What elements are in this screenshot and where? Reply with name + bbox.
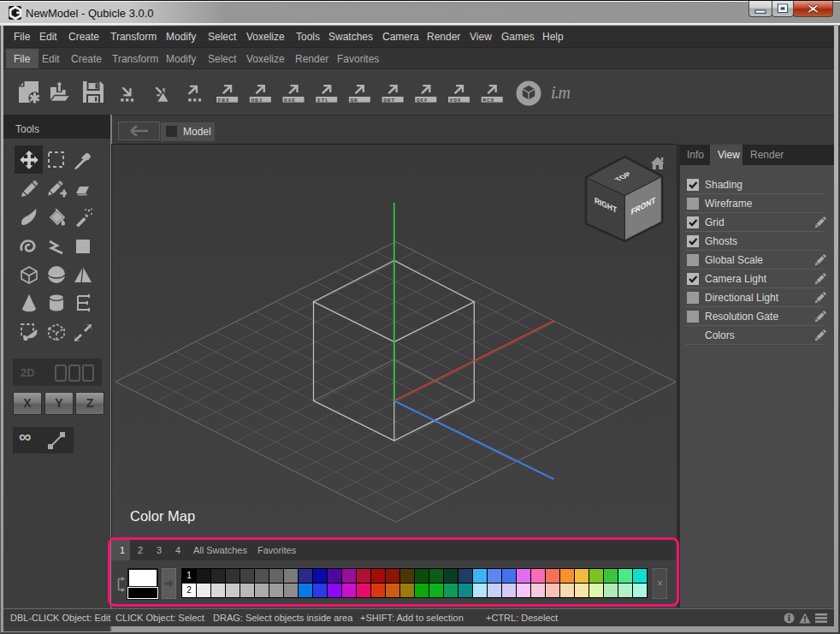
svg-text:QBT: QBT <box>383 98 395 104</box>
svg-text:OBJ: OBJ <box>251 98 263 104</box>
svg-text:VOX: VOX <box>450 98 462 104</box>
svg-text:STL: STL <box>317 98 329 104</box>
svg-text:MCS: MCS <box>482 98 494 104</box>
svg-text:QEF: QEF <box>417 98 429 104</box>
svg-text:FBX: FBX <box>218 98 230 104</box>
svg-text:QB: QB <box>351 98 358 104</box>
svg-text:DAE: DAE <box>284 98 296 104</box>
